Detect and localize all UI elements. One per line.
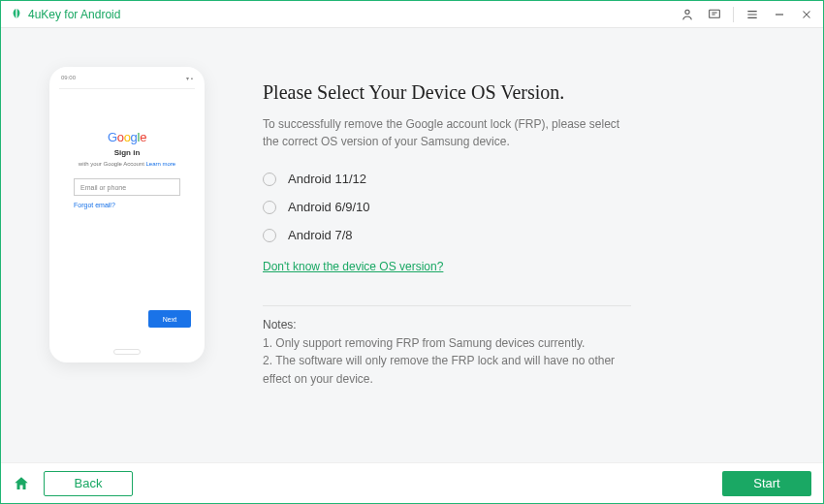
notes-title: Notes: [263, 316, 631, 334]
phone-divider [59, 88, 195, 89]
google-logo: Google [108, 130, 146, 144]
panel-title: Please Select Your Device OS Version. [263, 81, 775, 104]
note-line-1: 1. Only support removing FRP from Samung… [263, 334, 631, 353]
home-icon[interactable] [13, 475, 30, 492]
phone-device: 09:00 ▾ ▪ Google Sign in with your Googl… [49, 67, 205, 362]
phone-home-button [113, 349, 141, 355]
phone-status-time: 09:00 [61, 75, 76, 86]
help-link[interactable]: Don't know the device OS version? [263, 260, 443, 273]
radio-icon [263, 173, 276, 186]
app-title: 4uKey for Android [28, 8, 120, 21]
option-label: Android 6/9/10 [288, 200, 370, 214]
back-button[interactable]: Back [44, 471, 133, 496]
start-button[interactable]: Start [722, 471, 811, 496]
titlebar-separator [733, 7, 734, 22]
signin-heading: Sign in [114, 148, 141, 157]
radio-icon [263, 201, 276, 214]
footer: Back Start [1, 462, 823, 503]
option-label: Android 11/12 [288, 172, 366, 186]
note-line-2: 2. The software will only remove the FRP… [263, 352, 631, 388]
phone-status-icons: ▾ ▪ [186, 75, 193, 86]
notes-separator [263, 305, 631, 306]
os-option-android-7-8[interactable]: Android 7/8 [263, 228, 775, 242]
os-selection-panel: Please Select Your Device OS Version. To… [263, 57, 775, 443]
minimize-icon[interactable] [771, 6, 788, 23]
panel-description: To successfully remove the Google accoun… [263, 115, 631, 150]
titlebar: 4uKey for Android [1, 1, 823, 28]
phone-next-button: Next [148, 310, 191, 328]
phone-forgot-link: Forgot email? [74, 202, 180, 208]
os-options: Android 11/12 Android 6/9/10 Android 7/8 [263, 172, 775, 242]
signin-subtext: with your Google Account Learn more [79, 161, 175, 167]
app-logo: 4uKey for Android [9, 7, 120, 22]
radio-icon [263, 229, 276, 242]
os-option-android-11-12[interactable]: Android 11/12 [263, 172, 775, 186]
account-icon[interactable] [679, 6, 696, 23]
feedback-icon[interactable] [706, 6, 723, 23]
titlebar-controls [679, 6, 815, 23]
leaf-logo-icon [9, 7, 24, 22]
phone-email-input: Email or phone [74, 178, 180, 196]
menu-icon[interactable] [744, 6, 761, 23]
option-label: Android 7/8 [288, 228, 353, 242]
svg-point-0 [685, 10, 689, 14]
close-icon[interactable] [798, 6, 815, 23]
phone-status-bar: 09:00 ▾ ▪ [55, 75, 199, 86]
os-option-android-6-9-10[interactable]: Android 6/9/10 [263, 200, 775, 214]
notes-block: Notes: 1. Only support removing FRP from… [263, 316, 631, 388]
app-window: 4uKey for Android 09: [0, 0, 824, 504]
learn-more-link: Learn more [146, 161, 176, 167]
phone-mockup: 09:00 ▾ ▪ Google Sign in with your Googl… [49, 57, 205, 443]
phone-screen: Google Sign in with your Google Account … [55, 91, 199, 349]
svg-rect-1 [710, 10, 720, 17]
main-content: 09:00 ▾ ▪ Google Sign in with your Googl… [1, 28, 823, 462]
